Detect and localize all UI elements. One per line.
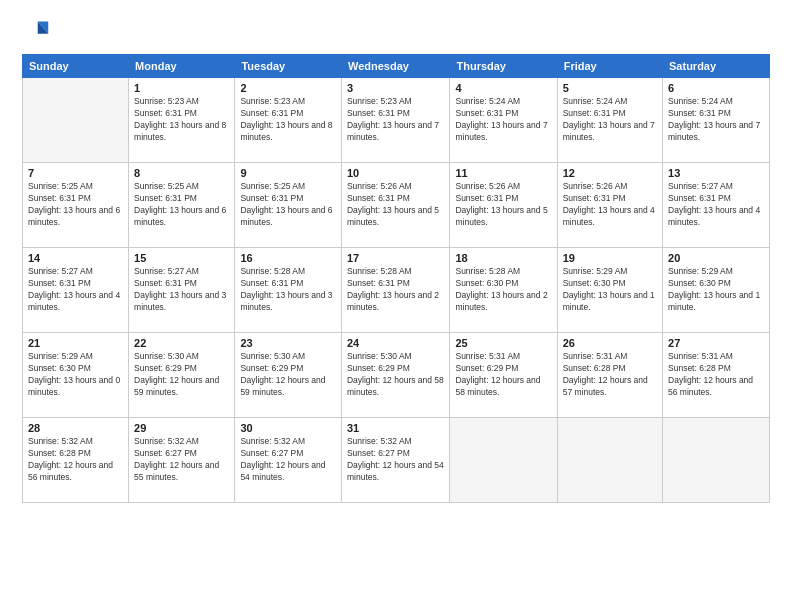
calendar-cell: 31Sunrise: 5:32 AMSunset: 6:27 PMDayligh… — [341, 418, 450, 503]
day-detail: Sunrise: 5:27 AMSunset: 6:31 PMDaylight:… — [28, 266, 123, 314]
day-detail: Sunrise: 5:25 AMSunset: 6:31 PMDaylight:… — [28, 181, 123, 229]
day-detail: Sunrise: 5:29 AMSunset: 6:30 PMDaylight:… — [668, 266, 764, 314]
day-number: 27 — [668, 337, 764, 349]
calendar-cell: 13Sunrise: 5:27 AMSunset: 6:31 PMDayligh… — [663, 163, 770, 248]
day-number: 17 — [347, 252, 445, 264]
day-number: 5 — [563, 82, 657, 94]
day-number: 11 — [455, 167, 551, 179]
calendar-cell: 6Sunrise: 5:24 AMSunset: 6:31 PMDaylight… — [663, 78, 770, 163]
logo-icon — [22, 18, 50, 46]
day-number: 3 — [347, 82, 445, 94]
day-detail: Sunrise: 5:24 AMSunset: 6:31 PMDaylight:… — [563, 96, 657, 144]
weekday-header-wednesday: Wednesday — [341, 55, 450, 78]
day-detail: Sunrise: 5:23 AMSunset: 6:31 PMDaylight:… — [134, 96, 229, 144]
calendar-cell: 18Sunrise: 5:28 AMSunset: 6:30 PMDayligh… — [450, 248, 557, 333]
calendar-cell: 15Sunrise: 5:27 AMSunset: 6:31 PMDayligh… — [129, 248, 235, 333]
day-number: 9 — [240, 167, 336, 179]
day-number: 28 — [28, 422, 123, 434]
calendar-cell: 26Sunrise: 5:31 AMSunset: 6:28 PMDayligh… — [557, 333, 662, 418]
weekday-header-friday: Friday — [557, 55, 662, 78]
day-number: 25 — [455, 337, 551, 349]
day-number: 2 — [240, 82, 336, 94]
day-detail: Sunrise: 5:26 AMSunset: 6:31 PMDaylight:… — [347, 181, 445, 229]
calendar-page: SundayMondayTuesdayWednesdayThursdayFrid… — [0, 0, 792, 612]
day-detail: Sunrise: 5:26 AMSunset: 6:31 PMDaylight:… — [455, 181, 551, 229]
calendar-cell: 12Sunrise: 5:26 AMSunset: 6:31 PMDayligh… — [557, 163, 662, 248]
day-number: 19 — [563, 252, 657, 264]
day-number: 26 — [563, 337, 657, 349]
header — [22, 18, 770, 46]
day-detail: Sunrise: 5:28 AMSunset: 6:30 PMDaylight:… — [455, 266, 551, 314]
weekday-header-row: SundayMondayTuesdayWednesdayThursdayFrid… — [23, 55, 770, 78]
calendar-cell — [450, 418, 557, 503]
day-detail: Sunrise: 5:30 AMSunset: 6:29 PMDaylight:… — [240, 351, 336, 399]
day-detail: Sunrise: 5:27 AMSunset: 6:31 PMDaylight:… — [668, 181, 764, 229]
day-detail: Sunrise: 5:27 AMSunset: 6:31 PMDaylight:… — [134, 266, 229, 314]
weekday-header-monday: Monday — [129, 55, 235, 78]
day-detail: Sunrise: 5:24 AMSunset: 6:31 PMDaylight:… — [668, 96, 764, 144]
calendar-week-4: 21Sunrise: 5:29 AMSunset: 6:30 PMDayligh… — [23, 333, 770, 418]
weekday-header-tuesday: Tuesday — [235, 55, 342, 78]
calendar-cell: 1Sunrise: 5:23 AMSunset: 6:31 PMDaylight… — [129, 78, 235, 163]
day-detail: Sunrise: 5:28 AMSunset: 6:31 PMDaylight:… — [347, 266, 445, 314]
day-detail: Sunrise: 5:25 AMSunset: 6:31 PMDaylight:… — [134, 181, 229, 229]
calendar-cell: 8Sunrise: 5:25 AMSunset: 6:31 PMDaylight… — [129, 163, 235, 248]
day-number: 18 — [455, 252, 551, 264]
day-number: 24 — [347, 337, 445, 349]
day-number: 6 — [668, 82, 764, 94]
day-number: 29 — [134, 422, 229, 434]
calendar-cell: 20Sunrise: 5:29 AMSunset: 6:30 PMDayligh… — [663, 248, 770, 333]
day-number: 20 — [668, 252, 764, 264]
calendar-cell: 2Sunrise: 5:23 AMSunset: 6:31 PMDaylight… — [235, 78, 342, 163]
calendar-cell: 7Sunrise: 5:25 AMSunset: 6:31 PMDaylight… — [23, 163, 129, 248]
calendar-cell: 10Sunrise: 5:26 AMSunset: 6:31 PMDayligh… — [341, 163, 450, 248]
day-number: 7 — [28, 167, 123, 179]
day-number: 12 — [563, 167, 657, 179]
day-number: 22 — [134, 337, 229, 349]
day-detail: Sunrise: 5:32 AMSunset: 6:27 PMDaylight:… — [347, 436, 445, 484]
day-number: 13 — [668, 167, 764, 179]
calendar-cell: 17Sunrise: 5:28 AMSunset: 6:31 PMDayligh… — [341, 248, 450, 333]
day-number: 10 — [347, 167, 445, 179]
day-detail: Sunrise: 5:31 AMSunset: 6:28 PMDaylight:… — [668, 351, 764, 399]
day-detail: Sunrise: 5:24 AMSunset: 6:31 PMDaylight:… — [455, 96, 551, 144]
day-number: 30 — [240, 422, 336, 434]
calendar-cell: 25Sunrise: 5:31 AMSunset: 6:29 PMDayligh… — [450, 333, 557, 418]
calendar-cell: 23Sunrise: 5:30 AMSunset: 6:29 PMDayligh… — [235, 333, 342, 418]
calendar-cell: 4Sunrise: 5:24 AMSunset: 6:31 PMDaylight… — [450, 78, 557, 163]
calendar-cell: 27Sunrise: 5:31 AMSunset: 6:28 PMDayligh… — [663, 333, 770, 418]
day-detail: Sunrise: 5:32 AMSunset: 6:27 PMDaylight:… — [240, 436, 336, 484]
calendar-week-1: 1Sunrise: 5:23 AMSunset: 6:31 PMDaylight… — [23, 78, 770, 163]
weekday-header-thursday: Thursday — [450, 55, 557, 78]
day-number: 15 — [134, 252, 229, 264]
day-number: 16 — [240, 252, 336, 264]
calendar-cell — [557, 418, 662, 503]
day-detail: Sunrise: 5:25 AMSunset: 6:31 PMDaylight:… — [240, 181, 336, 229]
day-detail: Sunrise: 5:23 AMSunset: 6:31 PMDaylight:… — [347, 96, 445, 144]
calendar-cell: 28Sunrise: 5:32 AMSunset: 6:28 PMDayligh… — [23, 418, 129, 503]
day-detail: Sunrise: 5:28 AMSunset: 6:31 PMDaylight:… — [240, 266, 336, 314]
calendar-cell: 11Sunrise: 5:26 AMSunset: 6:31 PMDayligh… — [450, 163, 557, 248]
calendar-week-2: 7Sunrise: 5:25 AMSunset: 6:31 PMDaylight… — [23, 163, 770, 248]
day-number: 23 — [240, 337, 336, 349]
calendar-week-5: 28Sunrise: 5:32 AMSunset: 6:28 PMDayligh… — [23, 418, 770, 503]
day-number: 21 — [28, 337, 123, 349]
calendar-cell: 9Sunrise: 5:25 AMSunset: 6:31 PMDaylight… — [235, 163, 342, 248]
weekday-header-saturday: Saturday — [663, 55, 770, 78]
calendar-cell — [663, 418, 770, 503]
calendar-cell: 29Sunrise: 5:32 AMSunset: 6:27 PMDayligh… — [129, 418, 235, 503]
logo — [22, 18, 54, 46]
calendar-cell — [23, 78, 129, 163]
day-number: 1 — [134, 82, 229, 94]
calendar-cell: 24Sunrise: 5:30 AMSunset: 6:29 PMDayligh… — [341, 333, 450, 418]
day-number: 31 — [347, 422, 445, 434]
day-detail: Sunrise: 5:26 AMSunset: 6:31 PMDaylight:… — [563, 181, 657, 229]
day-detail: Sunrise: 5:23 AMSunset: 6:31 PMDaylight:… — [240, 96, 336, 144]
day-detail: Sunrise: 5:31 AMSunset: 6:28 PMDaylight:… — [563, 351, 657, 399]
day-detail: Sunrise: 5:32 AMSunset: 6:28 PMDaylight:… — [28, 436, 123, 484]
calendar-week-3: 14Sunrise: 5:27 AMSunset: 6:31 PMDayligh… — [23, 248, 770, 333]
day-number: 8 — [134, 167, 229, 179]
calendar-table: SundayMondayTuesdayWednesdayThursdayFrid… — [22, 54, 770, 503]
day-number: 4 — [455, 82, 551, 94]
calendar-cell: 14Sunrise: 5:27 AMSunset: 6:31 PMDayligh… — [23, 248, 129, 333]
